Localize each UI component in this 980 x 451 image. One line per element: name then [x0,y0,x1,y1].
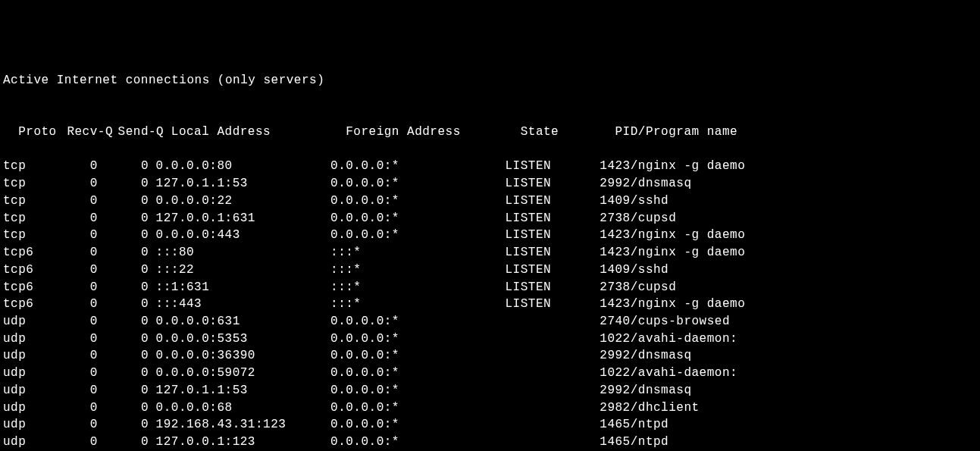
cell-program: 1022/avahi-daemon: [600,330,737,348]
cell-recvq: 0 [47,330,98,348]
cell-local: 127.0.1.1:53 [149,175,330,193]
cell-recvq: 0 [47,262,98,279]
cell-local: 127.0.0.1:631 [149,210,330,227]
cell-local: 0.0.0.0:22 [149,193,330,210]
table-row: udp00127.0.1.1:530.0.0.0:*2992/dnsmasq [3,382,977,399]
cell-foreign: 0.0.0.0:* [330,399,505,417]
cell-sendq: 0 [98,244,149,262]
cell-sendq: 0 [98,296,149,313]
cell-local: 0.0.0.0:5353 [149,330,330,348]
cell-recvq: 0 [47,296,98,313]
table-row: tcp000.0.0.0:4430.0.0.0:*LISTEN1423/ngin… [3,227,977,244]
cell-program: 2738/cupsd [600,210,676,227]
cell-program: 1423/nginx -g daemo [600,296,745,313]
header-state: State [521,124,615,141]
connection-rows: tcp000.0.0.0:800.0.0.0:*LISTEN1423/nginx… [3,158,977,451]
cell-program: 1409/sshd [600,193,668,210]
cell-state: LISTEN [505,227,600,244]
cell-proto: udp [3,347,47,365]
cell-local: 0.0.0.0:443 [149,227,330,244]
table-row: tcp000.0.0.0:800.0.0.0:*LISTEN1423/nginx… [3,158,977,175]
cell-foreign: 0.0.0.0:* [330,175,505,193]
cell-sendq: 0 [98,434,149,451]
table-row: tcp00127.0.0.1:6310.0.0.0:*LISTEN2738/cu… [3,210,977,227]
cell-sendq: 0 [98,330,149,348]
cell-local: 0.0.0.0:68 [149,399,330,417]
cell-state: LISTEN [505,296,600,313]
cell-proto: tcp6 [3,279,47,296]
cell-foreign: 0.0.0.0:* [330,330,505,348]
cell-state: LISTEN [505,262,600,279]
table-row: udp00192.168.43.31:1230.0.0.0:*1465/ntpd [3,416,977,434]
cell-program: 2992/dnsmasq [600,347,691,365]
cell-foreign: 0.0.0.0:* [330,158,505,175]
cell-recvq: 0 [47,175,98,193]
cell-sendq: 0 [98,313,149,330]
cell-local: 0.0.0.0:59072 [149,365,330,382]
table-row: udp000.0.0.0:363900.0.0.0:*2992/dnsmasq [3,347,977,365]
header-sendq: Send-Q [113,124,164,141]
cell-foreign: 0.0.0.0:* [330,434,505,451]
table-row: udp000.0.0.0:6310.0.0.0:*2740/cups-brows… [3,313,977,330]
cell-recvq: 0 [47,434,98,451]
table-row: udp000.0.0.0:53530.0.0.0:*1022/avahi-dae… [3,330,977,348]
cell-recvq: 0 [47,382,98,399]
cell-program: 2738/cupsd [600,279,676,296]
cell-foreign: 0.0.0.0:* [330,313,505,330]
cell-foreign: 0.0.0.0:* [330,382,505,399]
cell-recvq: 0 [47,193,98,210]
table-row: tcp600:::80:::*LISTEN1423/nginx -g daemo [3,244,977,262]
cell-foreign: :::* [330,279,505,296]
cell-local: 127.0.1.1:53 [149,382,330,399]
cell-sendq: 0 [98,193,149,210]
cell-foreign: :::* [330,262,505,279]
header-program: PID/Program name [615,124,738,141]
cell-recvq: 0 [47,416,98,434]
cell-local: 192.168.43.31:123 [149,416,330,434]
cell-sendq: 0 [98,210,149,227]
cell-proto: tcp6 [3,244,47,262]
cell-proto: udp [3,434,47,451]
cell-sendq: 0 [98,416,149,434]
cell-program: 1465/ntpd [600,416,668,434]
cell-recvq: 0 [47,347,98,365]
cell-local: 0.0.0.0:80 [149,158,330,175]
table-row: udp000.0.0.0:680.0.0.0:*2982/dhclient [3,399,977,417]
cell-sendq: 0 [98,175,149,193]
cell-sendq: 0 [98,158,149,175]
cell-proto: tcp [3,210,47,227]
cell-program: 1465/ntpd [600,434,668,451]
cell-proto: udp [3,416,47,434]
cell-sendq: 0 [98,399,149,417]
cell-local: 127.0.0.1:123 [149,434,330,451]
cell-program: 1423/nginx -g daemo [600,158,745,175]
cell-proto: udp [3,365,47,382]
cell-sendq: 0 [98,262,149,279]
cell-state: LISTEN [505,193,600,210]
table-row: udp000.0.0.0:590720.0.0.0:*1022/avahi-da… [3,365,977,382]
cell-recvq: 0 [47,158,98,175]
cell-recvq: 0 [47,210,98,227]
cell-local: :::80 [149,244,330,262]
header-foreign: Foreign Address [346,124,520,141]
cell-state: LISTEN [505,175,600,193]
cell-state: LISTEN [505,244,600,262]
cell-proto: udp [3,382,47,399]
cell-foreign: :::* [330,296,505,313]
netstat-title: Active Internet connections (only server… [3,72,977,89]
cell-program: 2992/dnsmasq [600,382,691,399]
cell-program: 1022/avahi-daemon: [600,365,737,382]
cell-sendq: 0 [98,382,149,399]
cell-foreign: 0.0.0.0:* [330,210,505,227]
cell-proto: tcp6 [3,262,47,279]
cell-local: 0.0.0.0:631 [149,313,330,330]
cell-sendq: 0 [98,365,149,382]
cell-state: LISTEN [505,158,600,175]
cell-program: 1423/nginx -g daemo [600,244,745,262]
table-row: tcp600::1:631:::*LISTEN2738/cupsd [3,279,977,296]
cell-foreign: 0.0.0.0:* [330,347,505,365]
cell-foreign: :::* [330,244,505,262]
header-row: ProtoRecv-QSend-QLocal AddressForeign Ad… [3,106,977,140]
table-row: tcp600:::22:::*LISTEN1409/sshd [3,262,977,279]
cell-proto: udp [3,313,47,330]
